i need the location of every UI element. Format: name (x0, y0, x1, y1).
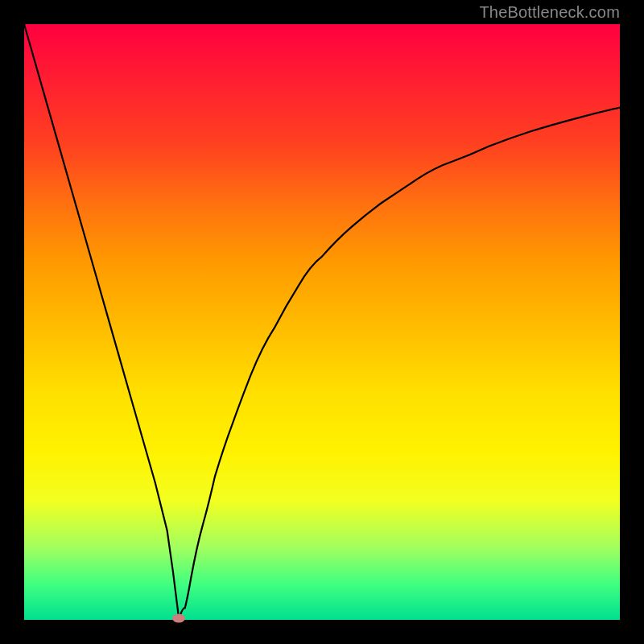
bottleneck-curve-path (24, 24, 620, 620)
chart-container: TheBottleneck.com (0, 0, 644, 644)
watermark-text: TheBottleneck.com (479, 3, 620, 22)
curve-svg (24, 24, 620, 620)
plot-area (24, 24, 620, 620)
optimal-point-marker (172, 614, 185, 623)
